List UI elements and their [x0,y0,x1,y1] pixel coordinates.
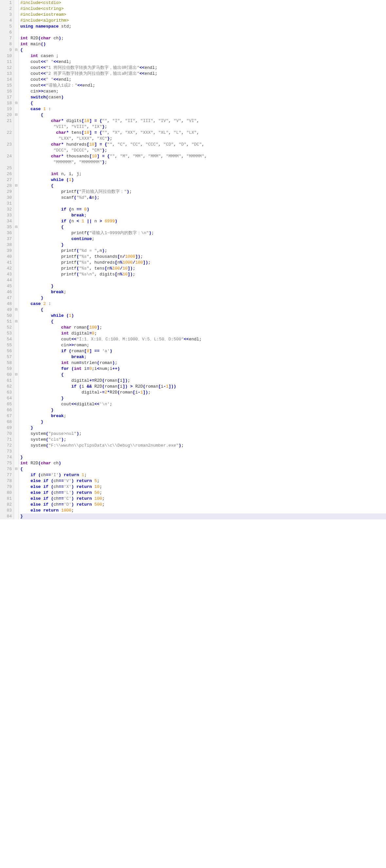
code-line[interactable] [20,448,386,455]
code-line[interactable]: else if (ch=='L') return 50; [20,490,386,496]
fold-toggle-icon[interactable]: ⊟ [14,372,19,378]
code-line[interactable]: scanf("%d",&n); [20,195,386,201]
code-line[interactable]: int main() [20,41,386,47]
fold-empty [14,425,19,431]
code-line[interactable]: char* digits[10] = {"", "I", "II", "III"… [20,118,386,130]
code-line[interactable]: continue; [20,236,386,242]
code-line[interactable]: cout<<" "<<endl; [20,77,386,83]
code-line[interactable]: printf("%s", tens[n%100/10]); [20,266,386,272]
code-line[interactable]: } [20,407,386,413]
fold-toggle-icon[interactable]: ⊟ [14,466,19,472]
code-line[interactable]: cin>>roman; [20,342,386,348]
code-line[interactable]: else if (ch=='C') return 100; [20,496,386,502]
code-line[interactable]: } [20,396,386,401]
code-line[interactable]: } [20,242,386,248]
code-line[interactable]: } [20,455,386,460]
code-line[interactable]: { [20,224,386,230]
fold-toggle-icon[interactable]: ⊟ [14,224,19,230]
code-line[interactable]: { [20,307,386,313]
code-line[interactable]: } [20,514,386,520]
code-line[interactable]: cout<<"1 将阿拉伯数字转换为罗马数字，输出0时退出"<<endl; [20,65,386,71]
code-line[interactable]: else if (ch=='V') return 5; [20,478,386,484]
code-line[interactable]: case 1 : [20,106,386,112]
code-line[interactable]: cout<<digital<<'\n'; [20,401,386,407]
fold-toggle-icon[interactable]: ⊟ [14,319,19,324]
code-line[interactable] [20,277,386,283]
code-line[interactable]: cin>>casen; [20,89,386,94]
code-line[interactable]: { [20,319,386,324]
code-line[interactable]: char* tens[10] = {"", "X", "XX", "XXX", … [20,130,386,142]
code-line[interactable]: printf("%s", thousands[n/1000]); [20,254,386,260]
code-line[interactable]: #include<iostream> [20,12,386,18]
code-line[interactable]: char roman[100]; [20,324,386,331]
code-line[interactable]: { [20,112,386,118]
code-line[interactable]: { [20,100,386,106]
code-line[interactable]: break; [20,213,386,218]
code-content[interactable]: #include<cstdio>#include<cstring>#includ… [19,0,386,520]
code-line[interactable]: } [20,419,386,425]
code-line[interactable]: break; [20,289,386,295]
code-line[interactable]: else if (ch=='X') return 10; [20,484,386,490]
code-line[interactable]: { [20,466,386,472]
code-line[interactable]: char* hundreds[10] = {"", "C", "CC", "CC… [20,142,386,153]
code-line[interactable] [20,30,386,35]
code-line[interactable]: { [20,372,386,378]
code-line[interactable]: printf("%s", hundreds[n%1000/100]); [20,260,386,266]
code-line[interactable]: break; [20,413,386,419]
code-line[interactable]: case 2 : [20,301,386,307]
code-line[interactable] [20,165,386,171]
fold-toggle-icon[interactable]: ⊟ [14,183,19,189]
code-line[interactable]: cout<<"2 将罗马数字转换为阿拉伯数字，输出a时退出"<<endl; [20,71,386,77]
code-line[interactable]: using namespace std; [20,24,386,30]
fold-toggle-icon[interactable]: ⊟ [14,307,19,313]
fold-toggle-icon[interactable]: ⊟ [14,112,19,118]
code-line[interactable]: system("pause>nul"); [20,431,386,437]
code-line[interactable]: system("cls"); [20,437,386,443]
line-number: 1 [0,0,12,6]
code-line[interactable]: #include<algorithm> [20,18,386,24]
code-line[interactable]: system("F:\\wwuhn\\pcTipsData\\c\\Debug\… [20,443,386,448]
code-line[interactable]: digital-=2*R2D(roman[i-1]); [20,390,386,396]
code-line[interactable]: } [20,295,386,301]
code-line[interactable]: int casen ; [20,53,386,59]
code-line[interactable]: digital+=R2D(roman[i]); [20,378,386,384]
code-line[interactable]: if (roman[0] == 'a') [20,348,386,354]
code-line[interactable]: int R2D(char ch); [20,35,386,41]
code-line[interactable] [20,201,386,207]
code-line[interactable]: break; [20,354,386,360]
code-line[interactable]: } [20,425,386,431]
code-line[interactable]: cout<<"I:1、X:10、C:100、M:1000、V:5、L:50、D:… [20,336,386,342]
code-line[interactable]: char* thousands[10] = {"", "M", "MM", "M… [20,153,386,165]
code-line[interactable]: while (1) [20,313,386,319]
code-line[interactable]: { [20,47,386,53]
code-line[interactable]: int n, i, j; [20,171,386,177]
code-line[interactable]: if (ch=='I') return 1; [20,472,386,478]
code-line[interactable]: { [20,183,386,189]
code-line[interactable]: cout<<" "<<endl; [20,59,386,65]
code-line[interactable]: printf("开始输入阿拉伯数字："); [20,189,386,195]
code-line[interactable]: while (1) [20,177,386,183]
line-number: 9 [0,47,12,53]
fold-toggle-icon[interactable]: ⊟ [14,47,19,53]
code-line[interactable]: cout<<"请输入1或2："<<endl; [20,83,386,89]
code-line[interactable]: if (i && R2D(roman[i]) > R2D(roman[i-1])… [20,384,386,390]
code-line[interactable]: int R2D(char ch) [20,460,386,466]
fold-toggle-icon[interactable]: ⊟ [14,100,19,106]
code-line[interactable]: printf("%s\n", digits[n%10]); [20,272,386,277]
code-line[interactable]: #include<cstdio> [20,0,386,6]
code-line[interactable]: if (n < 1 || n > 6999) [20,218,386,224]
code-line[interactable]: else return 1000; [20,507,386,514]
code-line[interactable]: int num=strlen(roman); [20,360,386,366]
code-line[interactable]: for (int i=0;i<num;i++) [20,366,386,372]
code-line[interactable]: } [20,283,386,289]
code-line[interactable]: printf("%d = ",n); [20,248,386,254]
code-line[interactable]: switch(casen) [20,94,386,100]
code-line[interactable]: else if (ch=='D') return 500; [20,502,386,507]
code-line[interactable]: if (n == 0) [20,207,386,213]
code-line[interactable]: printf("请输入1~9999内的数字：\n"); [20,230,386,236]
line-number: 11 [0,59,12,65]
line-number: 18 [0,100,12,106]
fold-empty [14,89,19,94]
code-line[interactable]: int digital=0; [20,331,386,336]
code-line[interactable]: #include<cstring> [20,6,386,12]
